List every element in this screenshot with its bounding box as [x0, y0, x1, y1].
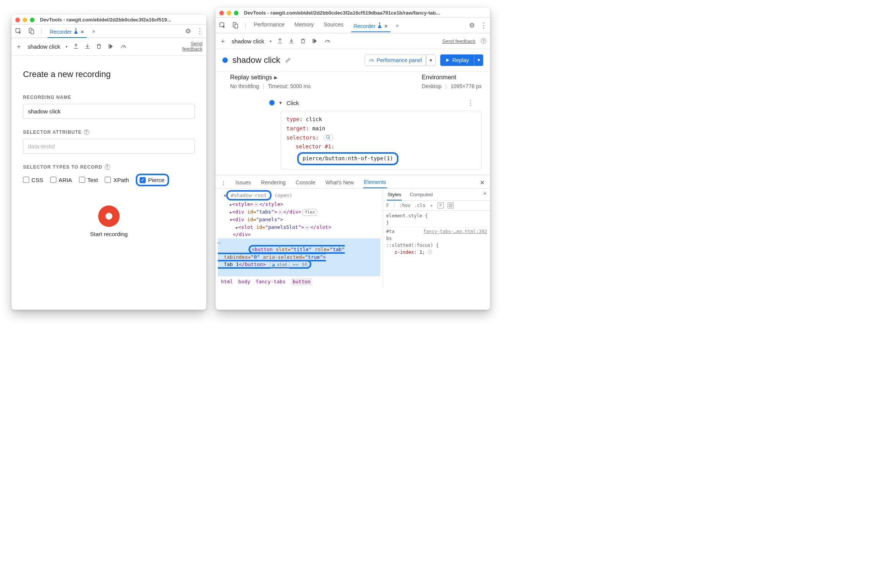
- checkbox-xpath[interactable]: XPath: [105, 177, 129, 183]
- recording-name-label: RECORDING NAME: [23, 95, 195, 100]
- help-icon[interactable]: ?: [481, 38, 486, 44]
- styles-tab-computed[interactable]: Computed: [409, 190, 433, 200]
- replay-dropdown[interactable]: ▾: [474, 54, 483, 66]
- settings-icon[interactable]: ⚙: [469, 21, 475, 30]
- tab-recorder[interactable]: Recorder ✕: [48, 27, 87, 38]
- drawer-tab-whatsnew[interactable]: What's New: [324, 178, 354, 188]
- checkbox-pierce-highlighted: ✓Pierce: [136, 174, 169, 187]
- elements-tree[interactable]: ▼#shadow-root (open) ▶<style>⋯</style> ▶…: [216, 189, 383, 288]
- replay-settings-heading[interactable]: Replay settings▶: [230, 74, 406, 81]
- collapse-icon[interactable]: ▼: [278, 100, 283, 105]
- export-icon[interactable]: [73, 43, 79, 49]
- crumb-button[interactable]: button: [291, 278, 312, 286]
- inspect-icon[interactable]: [219, 22, 226, 29]
- performance-panel-dropdown[interactable]: ▾: [426, 54, 436, 66]
- environment-heading: Environment: [422, 74, 482, 81]
- speed-icon[interactable]: [120, 43, 127, 49]
- recording-title: shadow click: [232, 55, 280, 65]
- send-feedback-link[interactable]: Send feedback: [181, 41, 202, 52]
- checkbox-pierce[interactable]: ✓Pierce: [140, 177, 165, 183]
- styles-tabs-more-icon[interactable]: »: [484, 190, 486, 200]
- new-recording-icon[interactable]: ＋: [219, 36, 226, 46]
- speed-icon[interactable]: [324, 38, 331, 44]
- drawer-close-icon[interactable]: ✕: [480, 179, 485, 186]
- breadcrumbs: html body fancy-tabs button: [218, 276, 380, 287]
- help-icon[interactable]: ?: [105, 164, 110, 170]
- close-window-icon[interactable]: [219, 11, 224, 15]
- styles-tab-styles[interactable]: Styles: [387, 190, 402, 200]
- crumb-body[interactable]: body: [238, 278, 250, 286]
- recording-select-icon[interactable]: ▾: [66, 44, 67, 49]
- close-window-icon[interactable]: [15, 18, 20, 22]
- kebab-menu-icon[interactable]: ⋮: [480, 21, 487, 30]
- help-icon[interactable]: ?: [84, 130, 89, 135]
- close-tab-icon[interactable]: ✕: [384, 23, 388, 29]
- device-toggle-icon[interactable]: [28, 28, 35, 34]
- kebab-menu-icon[interactable]: ⋮: [196, 27, 203, 35]
- checkbox-text[interactable]: Text: [79, 177, 98, 183]
- styles-filter-input[interactable]: F: [386, 203, 389, 208]
- devtools-window-left: DevTools - rawgit.com/ebidel/2d2bb0cdec3…: [12, 15, 206, 310]
- checkbox-css[interactable]: CSS: [23, 177, 43, 183]
- crumb-html[interactable]: html: [221, 278, 233, 286]
- play-skip-icon[interactable]: [107, 43, 114, 49]
- recording-name-input[interactable]: [23, 104, 195, 119]
- replay-button[interactable]: Replay: [440, 54, 474, 66]
- send-feedback-link[interactable]: Send feedback: [442, 38, 476, 44]
- zoom-window-icon[interactable]: [30, 18, 35, 22]
- tab-sources[interactable]: Sources: [321, 20, 346, 31]
- window-titlebar: DevTools - rawgit.com/ebidel/2d2bb0cdec3…: [216, 8, 490, 18]
- device-toggle-icon[interactable]: [232, 22, 239, 29]
- import-icon[interactable]: [288, 38, 295, 44]
- slot-badge[interactable]: ◪ slot: [270, 261, 290, 269]
- styles-pane: Styles Computed » F | :hov .cls ＋ elemen…: [383, 189, 490, 288]
- start-recording-button[interactable]: [98, 205, 120, 227]
- drawer-tab-issues[interactable]: Issues: [235, 178, 252, 188]
- window-title: DevTools - rawgit.com/ebidel/2d2bb0cdec3…: [40, 17, 171, 23]
- close-tab-icon[interactable]: ✕: [80, 29, 84, 35]
- window-title: DevTools - rawgit.com/ebidel/2d2bb0cdec3…: [244, 10, 440, 16]
- selector-attribute-label: SELECTOR ATTRIBUTE ?: [23, 130, 195, 135]
- drawer-tab-rendering[interactable]: Rendering: [260, 178, 286, 188]
- play-skip-icon[interactable]: [311, 38, 318, 44]
- performance-panel-button[interactable]: Performance panel: [365, 54, 426, 66]
- tab-performance[interactable]: Performance: [252, 20, 287, 31]
- drawer-kebab-icon[interactable]: ⋮: [221, 180, 226, 186]
- device-value: Desktop: [422, 83, 441, 89]
- minimize-window-icon[interactable]: [227, 11, 231, 15]
- recorder-toolbar: ＋ shadow click ▾ Send feedback: [12, 38, 206, 56]
- settings-icon[interactable]: ⚙: [185, 27, 191, 35]
- styles-hov-button[interactable]: :hov: [399, 203, 410, 208]
- inspect-icon[interactable]: [15, 28, 22, 34]
- recording-select-icon[interactable]: ▾: [270, 39, 272, 43]
- styles-paint-icon[interactable]: [438, 202, 444, 209]
- minimize-window-icon[interactable]: [23, 18, 27, 22]
- inspect-pill-icon[interactable]: [324, 134, 333, 140]
- styles-source-link[interactable]: fancy-tabs-…mo.html:302: [423, 228, 487, 235]
- styles-pane-layout-icon[interactable]: [448, 202, 454, 209]
- styles-add-rule-icon[interactable]: ＋: [429, 202, 434, 209]
- step-header[interactable]: ▼ Click ⋮: [216, 95, 490, 108]
- selector-attribute-input[interactable]: [23, 139, 195, 154]
- export-icon[interactable]: [277, 38, 283, 44]
- zoom-window-icon[interactable]: [234, 11, 239, 15]
- edit-icon[interactable]: [285, 57, 291, 63]
- new-recording-icon[interactable]: ＋: [15, 42, 22, 51]
- flask-icon: [378, 24, 382, 28]
- tab-memory[interactable]: Memory: [292, 20, 316, 31]
- import-icon[interactable]: [84, 43, 91, 49]
- delete-icon[interactable]: [300, 38, 306, 44]
- throttling-value: No throttling: [230, 83, 259, 89]
- tab-recorder[interactable]: Recorder ✕: [351, 21, 391, 32]
- more-tabs-icon[interactable]: »: [92, 28, 95, 34]
- styles-cls-button[interactable]: .cls: [414, 203, 425, 208]
- checkbox-aria[interactable]: ARIA: [50, 177, 72, 183]
- performance-panel-button-group: Performance panel ▾: [365, 54, 436, 66]
- crumb-fancy-tabs[interactable]: fancy-tabs: [256, 278, 286, 286]
- drawer-tab-console[interactable]: Console: [295, 178, 316, 188]
- more-tabs-icon[interactable]: »: [396, 22, 399, 28]
- step-kebab-icon[interactable]: ⋮: [467, 99, 482, 107]
- info-icon[interactable]: ⓘ: [428, 250, 432, 255]
- drawer-tab-elements[interactable]: Elements: [363, 177, 387, 188]
- delete-icon[interactable]: [96, 43, 102, 49]
